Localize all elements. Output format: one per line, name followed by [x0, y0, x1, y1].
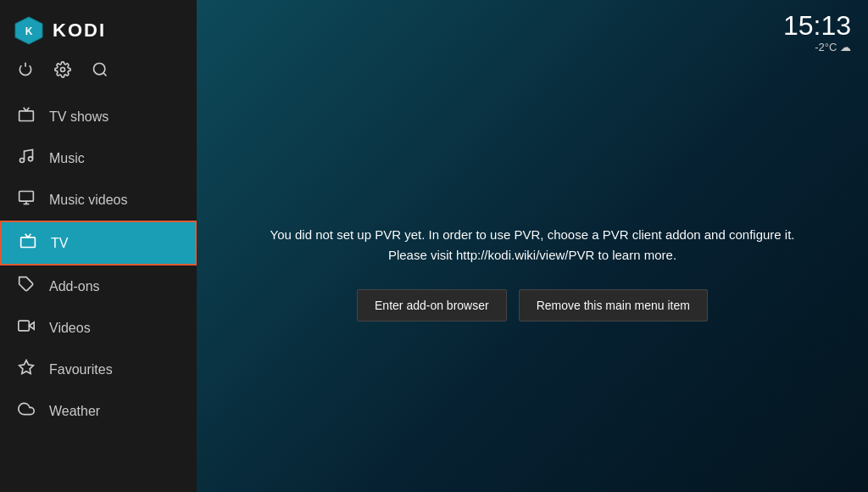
sidebar-item-addons[interactable]: Add-ons — [0, 266, 197, 307]
videos-label: Videos — [49, 321, 91, 336]
app-title: KODI — [53, 20, 106, 42]
svg-marker-14 — [19, 361, 34, 374]
svg-marker-12 — [29, 322, 34, 329]
music-label: Music — [49, 151, 85, 166]
sidebar: K KODI — [0, 0, 197, 492]
sidebar-item-favourites[interactable]: Favourites — [0, 349, 197, 390]
pvr-message: You did not set up PVR yet. In order to … — [270, 225, 795, 266]
sidebar-header: K KODI — [0, 0, 197, 54]
svg-point-2 — [61, 68, 65, 72]
weather-label: Weather — [49, 404, 100, 419]
power-icon — [17, 61, 34, 78]
weather-info: -2°C ☁ — [783, 41, 851, 53]
enter-addon-browser-button[interactable]: Enter add-on browser — [357, 289, 507, 321]
videos-icon — [17, 317, 36, 338]
sidebar-system-icons — [0, 54, 197, 96]
sidebar-item-music[interactable]: Music — [0, 137, 197, 179]
sidebar-item-videos[interactable]: Videos — [0, 307, 197, 349]
search-icon — [92, 61, 108, 78]
svg-rect-5 — [19, 111, 34, 121]
sidebar-item-music-videos[interactable]: Music videos — [0, 179, 197, 221]
svg-point-3 — [94, 64, 105, 75]
music-videos-label: Music videos — [49, 193, 127, 208]
svg-point-6 — [20, 159, 25, 163]
settings-button[interactable] — [54, 61, 71, 82]
music-videos-icon — [17, 189, 36, 210]
weather-icon — [17, 400, 36, 422]
tv-icon — [19, 232, 37, 254]
tv-label: TV — [51, 236, 68, 251]
sidebar-item-tv[interactable]: TV — [0, 221, 197, 266]
svg-line-4 — [103, 73, 107, 76]
tv-shows-label: TV shows — [49, 109, 108, 125]
addons-icon — [17, 276, 36, 297]
clock-widget: 15:13 -2°C ☁ — [783, 12, 851, 53]
favourites-label: Favourites — [49, 362, 113, 377]
topbar: 15:13 -2°C ☁ — [197, 0, 868, 53]
content-area: You did not set up PVR yet. In order to … — [197, 53, 868, 492]
kodi-logo: K — [14, 15, 44, 46]
sidebar-item-tv-shows[interactable]: TV shows — [0, 96, 197, 137]
svg-point-7 — [29, 157, 33, 161]
search-button[interactable] — [92, 61, 108, 82]
remove-menu-item-button[interactable]: Remove this main menu item — [519, 289, 708, 321]
power-button[interactable] — [17, 61, 34, 82]
svg-rect-8 — [19, 192, 34, 202]
addons-label: Add-ons — [49, 279, 100, 294]
sidebar-nav: TV shows Music Music video — [0, 96, 197, 492]
action-buttons: Enter add-on browser Remove this main me… — [357, 289, 708, 321]
sidebar-item-weather[interactable]: Weather — [0, 390, 197, 432]
music-icon — [17, 148, 36, 169]
svg-rect-10 — [21, 238, 36, 248]
main-content: 15:13 -2°C ☁ You did not set up PVR yet.… — [197, 0, 868, 492]
favourites-icon — [17, 359, 36, 380]
svg-text:K: K — [25, 25, 33, 37]
pvr-message-line2: Please visit http://kodi.wiki/view/PVR t… — [388, 248, 676, 262]
tv-shows-icon — [17, 106, 36, 127]
clock-time: 15:13 — [783, 12, 851, 39]
svg-rect-13 — [19, 321, 29, 331]
pvr-message-line1: You did not set up PVR yet. In order to … — [270, 227, 795, 242]
settings-icon — [54, 61, 71, 78]
